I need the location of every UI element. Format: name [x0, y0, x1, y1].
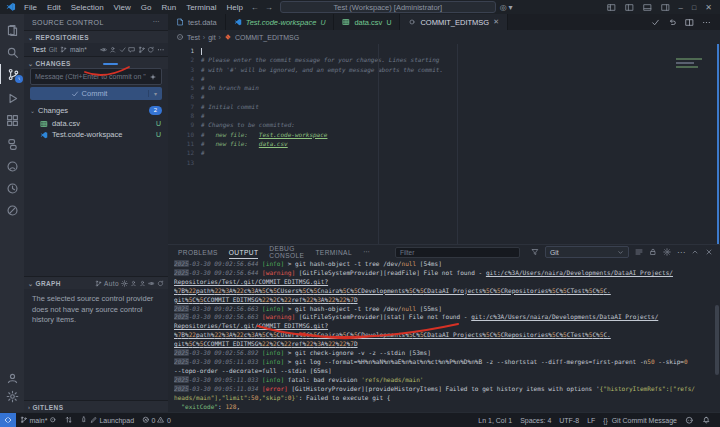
- commit-message-input[interactable]: Message (Ctrl+Enter to commit on "...: [30, 68, 162, 85]
- toggle-sidebar-icon[interactable]: [625, 3, 634, 12]
- changes-tree-header[interactable]: ⌄Changes 2: [24, 104, 168, 116]
- nav-back-icon[interactable]: ←: [248, 3, 262, 12]
- activity-account[interactable]: [0, 368, 24, 388]
- graph-action-eye-3[interactable]: [148, 279, 155, 287]
- breadcrumb-item-COMMIT_EDITMSG[interactable]: COMMIT_EDITMSG: [235, 34, 299, 41]
- notifications-bell-icon[interactable]: [698, 416, 715, 425]
- menu-run[interactable]: Run: [156, 3, 181, 12]
- status-cursor-position[interactable]: Ln 1, Col 1: [474, 417, 516, 424]
- problems-status-item[interactable]: 0 0: [138, 416, 175, 424]
- activity-settings[interactable]: [0, 386, 24, 406]
- close-window-button[interactable]: ✕: [705, 3, 712, 12]
- repository-row[interactable]: TestGitmain*: [24, 43, 168, 56]
- panel-tab-debug-console[interactable]: DEBUG CONSOLE: [269, 245, 304, 259]
- menu-go[interactable]: Go: [136, 3, 157, 12]
- activity-search[interactable]: [0, 42, 24, 62]
- panel-scrollbar[interactable]: [715, 305, 719, 375]
- status-eol[interactable]: LF: [583, 417, 599, 424]
- status-indentation[interactable]: Spaces: 4: [516, 417, 555, 424]
- commit-dropdown-button[interactable]: ▾: [148, 90, 162, 97]
- activity-python[interactable]: [0, 134, 24, 154]
- menu-terminal[interactable]: Terminal: [181, 3, 221, 12]
- breadcrumb[interactable]: Test›git›COMMIT_EDITMSG: [168, 30, 720, 44]
- nav-forward-icon[interactable]: →: [262, 3, 276, 12]
- tab-COMMIT_EDITMSG[interactable]: COMMIT_EDITMSG✕: [400, 14, 508, 30]
- command-center-search[interactable]: Test (Workspace) [Administrator]: [280, 1, 496, 13]
- panel-tab-problems[interactable]: PROBLEMS: [178, 245, 218, 259]
- activity-gitlens[interactable]: [0, 200, 24, 220]
- activity-extensions[interactable]: [0, 110, 24, 130]
- layout-customize-icon[interactable]: [607, 3, 616, 12]
- accept-commit-button[interactable]: [651, 13, 660, 31]
- sidebar-more-icon[interactable]: ⋯: [153, 18, 160, 26]
- remote-indicator[interactable]: [0, 413, 16, 427]
- sparkle-copilot-icon[interactable]: [149, 73, 157, 81]
- repo-action-comment[interactable]: [128, 45, 136, 54]
- breadcrumb-item-Test[interactable]: Test: [187, 34, 200, 41]
- change-file-Test.code-workspace[interactable]: Test.code-workspaceU: [24, 129, 168, 140]
- repo-action-refresh[interactable]: [147, 45, 155, 54]
- activity-github[interactable]: [0, 156, 24, 176]
- activity-source-control[interactable]: [0, 64, 25, 84]
- graph-action-refresh-4[interactable]: [157, 279, 164, 287]
- discard-changes-button[interactable]: [668, 13, 677, 31]
- maximize-button[interactable]: □: [692, 4, 696, 11]
- activity-explorer[interactable]: [0, 20, 24, 40]
- breadcrumb-item-git[interactable]: git: [208, 34, 215, 41]
- output-filter-input[interactable]: Filter: [395, 247, 520, 258]
- launchpad-status-item[interactable]: Launchpad: [76, 416, 138, 424]
- toggle-panel-icon[interactable]: [643, 3, 652, 12]
- change-file-data.csv[interactable]: data.csvU: [24, 118, 168, 129]
- copilot-menu-icon[interactable]: ◎ ▾: [500, 3, 513, 12]
- panel-maximize-chevron-icon[interactable]: [691, 248, 699, 256]
- comment-icon: [128, 46, 136, 54]
- tab-data.csv[interactable]: data.csvU: [334, 14, 400, 30]
- warning-icon: [157, 416, 165, 424]
- repo-action-more[interactable]: [157, 45, 165, 54]
- graph-auto-label[interactable]: Auto: [104, 280, 119, 287]
- editor-scrollbar[interactable]: [717, 44, 720, 244]
- panel-tab-terminal[interactable]: TERMINAL: [315, 245, 352, 259]
- editor-more-actions[interactable]: [702, 13, 711, 31]
- tab-Test.code-workspace[interactable]: Test.code-workspaceU: [226, 14, 335, 30]
- tab-test.data[interactable]: test.data: [168, 14, 226, 30]
- commit-editmsg-editor[interactable]: 12# Please enter the commit message for …: [168, 44, 720, 244]
- repositories-section-header[interactable]: ⌄REPOSITORIES: [24, 30, 168, 43]
- split-editor-button[interactable]: [685, 13, 694, 31]
- menu-file[interactable]: File: [19, 3, 42, 12]
- repo-action-check[interactable]: [119, 45, 127, 54]
- compare-status-item[interactable]: [61, 416, 77, 424]
- activity-history[interactable]: [0, 178, 24, 198]
- graph-action-gear-0[interactable]: [121, 279, 128, 287]
- commit-button[interactable]: Commit ▾: [30, 87, 162, 100]
- status-language-mode[interactable]: {}Git Commit Message: [599, 417, 681, 424]
- menu-selection[interactable]: Selection: [66, 3, 109, 12]
- minimap[interactable]: [676, 56, 712, 80]
- copilot-status-icon[interactable]: [681, 416, 698, 425]
- panel-overflow-icon[interactable]: ⋯: [677, 248, 685, 257]
- open-log-file-icon[interactable]: [635, 248, 643, 256]
- history-icon: [6, 182, 19, 195]
- graph-action-person-1[interactable]: [130, 279, 137, 287]
- repo-action-eye[interactable]: [100, 45, 108, 54]
- auto-scroll-lock-icon[interactable]: [649, 248, 657, 256]
- repo-action-person[interactable]: [109, 45, 117, 54]
- toggle-secondary-sidebar-icon[interactable]: [661, 3, 670, 12]
- panel-more-icon[interactable]: ⋯: [363, 245, 370, 259]
- output-settings-gear-icon[interactable]: [663, 248, 671, 256]
- status-encoding[interactable]: UTF-8: [555, 417, 583, 424]
- menu-help[interactable]: Help: [221, 3, 247, 12]
- graph-section-header[interactable]: ⌄GRAPH Auto: [24, 276, 168, 289]
- repo-action-branch[interactable]: [138, 45, 146, 54]
- menu-edit[interactable]: Edit: [42, 3, 66, 12]
- tab-close-icon[interactable]: ✕: [493, 18, 499, 26]
- output-channel-select[interactable]: Git: [545, 246, 629, 258]
- panel-tab-output[interactable]: OUTPUT: [229, 245, 259, 259]
- graph-action-person-2[interactable]: [139, 279, 146, 287]
- menu-view[interactable]: View: [109, 3, 136, 12]
- panel-close-icon[interactable]: [705, 248, 713, 256]
- minimize-button[interactable]: –: [679, 3, 683, 12]
- filter-funnel-icon[interactable]: [531, 248, 539, 256]
- branch-status-item[interactable]: main*: [16, 416, 61, 424]
- activity-run-debug[interactable]: [0, 88, 24, 108]
